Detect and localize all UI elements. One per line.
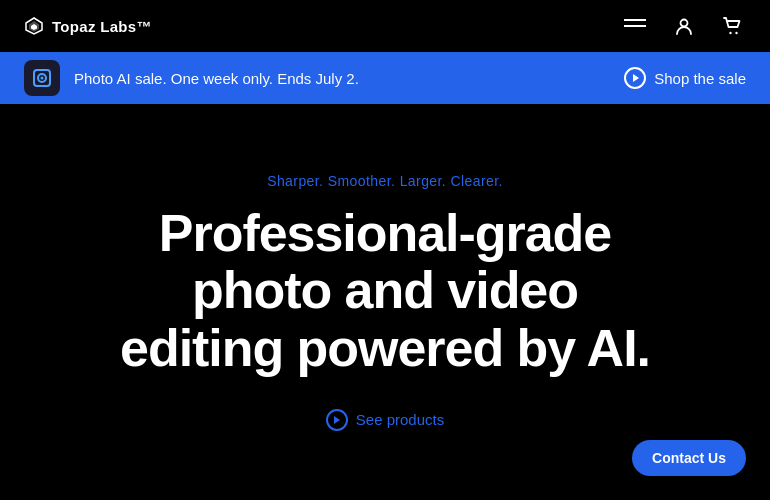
cart-icon [722,16,742,36]
topaz-logo-icon [24,16,44,36]
banner-left: Photo AI sale. One week only. Ends July … [24,60,359,96]
cart-button[interactable] [718,12,746,40]
shop-circle-icon [624,67,646,89]
svg-point-7 [735,32,737,34]
logo[interactable]: Topaz Labs™ [24,16,152,36]
cta-arrow-icon [334,416,340,424]
see-products-button[interactable]: See products [326,409,444,431]
photo-ai-icon [31,67,53,89]
svg-rect-3 [624,19,646,21]
nav-icons [620,12,746,40]
shop-label: Shop the sale [654,70,746,87]
contact-us-button[interactable]: Contact Us [632,440,746,476]
hero-title-text: Professional-gradephoto and videoediting… [120,204,650,376]
logo-text: Topaz Labs™ [52,18,152,35]
svg-point-10 [41,77,44,80]
hero-title: Professional-gradephoto and videoediting… [120,205,650,377]
hamburger-icon [624,19,646,33]
shop-the-sale-button[interactable]: Shop the sale [624,67,746,89]
banner-text: Photo AI sale. One week only. Ends July … [74,70,359,87]
photo-ai-app-icon [24,60,60,96]
hero-tagline: Sharper. Smoother. Larger. Clearer. [267,173,503,189]
hero-section: Sharper. Smoother. Larger. Clearer. Prof… [0,104,770,500]
account-button[interactable] [670,12,698,40]
promo-banner: Photo AI sale. One week only. Ends July … [0,52,770,104]
user-icon [674,16,694,36]
svg-point-5 [681,20,688,27]
svg-point-6 [729,32,731,34]
arrow-icon [633,74,639,82]
svg-rect-4 [624,25,646,27]
cta-label: See products [356,411,444,428]
navbar: Topaz Labs™ [0,0,770,52]
menu-button[interactable] [620,15,650,37]
cta-circle-icon [326,409,348,431]
